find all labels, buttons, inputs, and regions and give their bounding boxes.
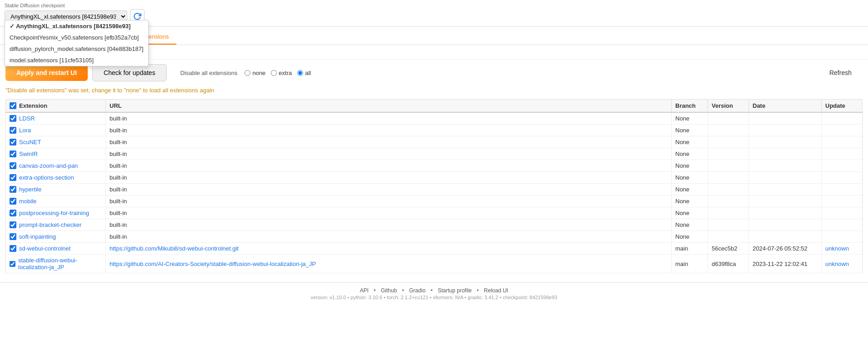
footer-gradio-link[interactable]: Gradio (409, 287, 425, 294)
refresh-button[interactable]: Refresh (818, 65, 863, 81)
extension-name[interactable]: SwinIR (19, 150, 38, 157)
extension-name[interactable]: hypertile (19, 186, 41, 193)
footer-github-link[interactable]: Github (381, 287, 397, 294)
extension-url: built-in (106, 112, 672, 125)
extension-date (749, 160, 822, 172)
extension-date: 2024-07-26 05:52:52 (749, 243, 822, 255)
footer-version: version: v1.10.0 • python: 3.10.6 • torc… (5, 295, 863, 300)
th-update[interactable]: Update (822, 100, 863, 113)
footer-reload-link[interactable]: Reload UI (484, 287, 508, 294)
radio-all-input[interactable] (297, 70, 303, 76)
disable-all-label: Disable all extensions (180, 70, 238, 76)
extension-update-cell (822, 172, 863, 184)
extension-branch: None (672, 125, 708, 136)
disable-all-section: Disable all extensions none extra all (180, 70, 311, 76)
extension-version (708, 125, 749, 136)
extension-branch: None (672, 207, 708, 219)
extension-branch: None (672, 148, 708, 160)
footer-api-link[interactable]: API (360, 287, 369, 294)
extension-update-cell (822, 160, 863, 172)
extension-version (708, 231, 749, 243)
extension-update-cell (822, 184, 863, 196)
extension-date (749, 172, 822, 184)
radio-extra-input[interactable] (271, 70, 277, 76)
extension-update-cell (822, 219, 863, 231)
extension-name[interactable]: sd-webui-controlnet (19, 245, 70, 252)
extension-name[interactable]: soft-inpainting (19, 233, 56, 240)
table-row: soft-inpaintingbuilt-inNone (6, 231, 863, 243)
table-row: postprocessing-for-trainingbuilt-inNone (6, 207, 863, 219)
dropdown-item[interactable]: AnythingXL_xl.safetensors [8421598e93] (5, 20, 148, 32)
table-row: ScuNETbuilt-inNone (6, 136, 863, 148)
radio-extra-option[interactable]: extra (271, 70, 292, 76)
radio-none-label: none (252, 70, 265, 76)
extension-url[interactable]: https://github.com/Mikubill/sd-webui-con… (110, 245, 239, 252)
dropdown-item[interactable]: model.safetensors [11cfe53105] (5, 55, 148, 66)
extension-branch: main (672, 255, 708, 273)
row-checkbox[interactable] (10, 210, 16, 216)
extension-date: 2023-11-22 12:02:41 (749, 255, 822, 273)
radio-group: none extra all (244, 70, 311, 76)
extension-url: built-in (106, 231, 672, 243)
extension-version: d639f8ca (708, 255, 749, 273)
row-checkbox[interactable] (10, 127, 16, 134)
th-date: Date (749, 100, 822, 113)
extension-branch: None (672, 219, 708, 231)
radio-all-option[interactable]: all (297, 70, 311, 76)
row-checkbox[interactable] (10, 139, 16, 145)
dropdown-item[interactable]: diffusion_pytorch_model.safetensors [04e… (5, 43, 148, 55)
extension-update[interactable]: unknown (825, 261, 849, 267)
row-checkbox[interactable] (10, 186, 16, 193)
extension-date (749, 231, 822, 243)
extension-name[interactable]: postprocessing-for-training (19, 210, 89, 216)
extension-name[interactable]: stable-diffusion-webui-localization-ja_J… (18, 257, 102, 271)
extension-date (749, 196, 822, 207)
extension-date (749, 148, 822, 160)
row-checkbox[interactable] (10, 115, 16, 122)
table-header-row: Extension URL Branch Version Date Update (6, 100, 863, 113)
th-version: Version (708, 100, 749, 113)
extension-url[interactable]: https://github.com/AI-Creators-Society/s… (110, 261, 316, 267)
extension-date (749, 136, 822, 148)
extension-branch: main (672, 243, 708, 255)
extension-update[interactable]: unknown (825, 245, 849, 252)
extension-name[interactable]: extra-options-section (19, 174, 74, 181)
row-checkbox[interactable] (10, 221, 16, 228)
footer-links: API • Github • Gradio • Startup profile … (5, 287, 863, 294)
footer-startup-link[interactable]: Startup profile (438, 287, 472, 294)
extension-name[interactable]: Lora (19, 127, 31, 134)
th-branch: Branch (672, 100, 708, 113)
warning-text: "Disable all extensions" was set, change… (5, 85, 863, 95)
main-content: Apply and restart UI Check for updates D… (0, 60, 868, 278)
extension-name[interactable]: prompt-bracket-checker (19, 221, 81, 228)
row-checkbox[interactable] (10, 150, 16, 157)
radio-none-input[interactable] (244, 70, 250, 76)
extension-name[interactable]: LDSR (19, 115, 35, 122)
extension-version (708, 160, 749, 172)
row-checkbox[interactable] (10, 245, 16, 252)
extension-name[interactable]: ScuNET (19, 139, 41, 145)
extension-name[interactable]: mobile (19, 198, 36, 205)
extensions-table: Extension URL Branch Version Date Update… (5, 99, 863, 273)
row-checkbox[interactable] (10, 162, 16, 169)
extension-update-cell (822, 231, 863, 243)
extension-url: built-in (106, 207, 672, 219)
check-updates-button[interactable]: Check for updates (92, 64, 167, 81)
apply-restart-button[interactable]: Apply and restart UI (5, 65, 88, 81)
extension-url: built-in (106, 219, 672, 231)
extension-name[interactable]: canvas-zoom-and-pan (19, 162, 78, 169)
extension-date (749, 125, 822, 136)
radio-none-option[interactable]: none (244, 70, 265, 76)
extension-branch: None (672, 231, 708, 243)
radio-extra-label: extra (279, 70, 292, 76)
row-checkbox[interactable] (10, 233, 16, 240)
row-checkbox[interactable] (10, 198, 16, 205)
row-checkbox[interactable] (10, 261, 15, 267)
extension-version (708, 219, 749, 231)
row-checkbox[interactable] (10, 174, 16, 181)
dropdown-item[interactable]: CheckpointYesmix_v50.safetensors [efb352… (5, 32, 148, 43)
select-all-checkbox[interactable] (10, 102, 16, 109)
th-url: URL (106, 100, 672, 113)
extension-date (749, 112, 822, 125)
table-row: SwinIRbuilt-inNone (6, 148, 863, 160)
